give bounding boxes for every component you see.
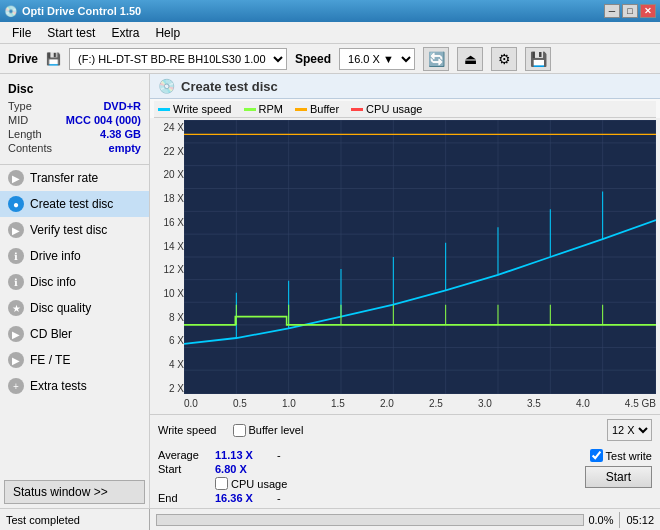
progress-bar-container [156,514,584,526]
sidebar-item-transfer-rate[interactable]: ▶ Transfer rate [0,165,149,191]
test-write-checkbox[interactable] [590,449,603,462]
status-bar: Test completed 0.0% 05:12 [0,508,660,530]
drive-label: Drive [8,52,38,66]
create-test-disc-icon: ● [8,196,24,212]
cpu-usage-checkbox[interactable] [215,477,228,490]
close-button[interactable]: ✕ [640,4,656,18]
sidebar-item-verify-test-disc[interactable]: ▶ Verify test disc [0,217,149,243]
status-completed-panel: Test completed [0,509,150,530]
sidebar-item-cd-bler[interactable]: ▶ CD Bler [0,321,149,347]
legend-write-speed-color [158,108,170,111]
transfer-rate-icon: ▶ [8,170,24,186]
legend-buffer: Buffer [295,103,339,115]
end-val: 16.36 X [215,492,275,504]
sidebar-label-disc-quality: Disc quality [30,301,91,315]
verify-test-disc-icon: ▶ [8,222,24,238]
chart-svg [184,120,656,394]
maximize-button[interactable]: □ [622,4,638,18]
app-icon: 💿 [4,5,18,18]
menu-bar: File Start test Extra Help [0,22,660,44]
test-write-label[interactable]: Test write [590,449,652,462]
status-window-button[interactable]: Status window >> [4,480,145,504]
controls-row: Write speed Buffer level 12 X [150,414,660,445]
buffer-level-checkbox-label[interactable]: Buffer level [233,424,304,437]
sidebar-item-disc-info[interactable]: ℹ Disc info [0,269,149,295]
menu-file[interactable]: File [4,24,39,42]
legend-write-speed: Write speed [158,103,232,115]
start-button[interactable]: Start [585,466,652,488]
legend-rpm: RPM [244,103,283,115]
average-label: Average [158,449,213,461]
sidebar-label-verify-test-disc: Verify test disc [30,223,107,237]
status-time: 05:12 [619,512,660,528]
chart-area: 0.0 0.5 1.0 1.5 2.0 2.5 3.0 3.5 4.0 4.5 … [184,120,656,412]
sidebar-label-disc-info: Disc info [30,275,76,289]
panel-header: 💿 Create test disc [150,74,660,99]
legend-cpu-usage-color [351,108,363,111]
stats-controls-row: Average 11.13 X - Start 6.80 X CPU usage… [150,445,660,508]
disc-section: Disc Type DVD+R MID MCC 004 (000) Length… [0,78,149,165]
sidebar-item-disc-quality[interactable]: ★ Disc quality [0,295,149,321]
content-area: 💿 Create test disc Write speed RPM Buffe… [150,74,660,508]
disc-info-icon: ℹ [8,274,24,290]
end-label: End [158,492,213,504]
menu-help[interactable]: Help [147,24,188,42]
chart-wrapper: 24 X 22 X 20 X 18 X 16 X 14 X 12 X 10 X … [150,118,660,414]
settings-button[interactable]: ⚙ [491,47,517,71]
eject-button[interactable]: ⏏ [457,47,483,71]
average-val: 11.13 X [215,449,275,461]
legend-rpm-color [244,108,256,111]
sidebar-item-create-test-disc[interactable]: ● Create test disc [0,191,149,217]
test-completed-text: Test completed [6,514,80,526]
progress-pct: 0.0% [588,514,613,526]
title-bar-text: Opti Drive Control 1.50 [22,5,604,17]
drive-select[interactable]: (F:) HL-DT-ST BD-RE BH10LS30 1.00 [69,48,287,70]
start-val: 6.80 X [215,463,275,475]
sidebar-item-drive-info[interactable]: ℹ Drive info [0,243,149,269]
cd-bler-icon: ▶ [8,326,24,342]
stats-table: Average 11.13 X - Start 6.80 X CPU usage… [158,449,577,504]
extra-tests-icon: + [8,378,24,394]
disc-row-contents: Contents empty [8,142,141,154]
speed-select[interactable]: 16.0 X ▼ [339,48,415,70]
sidebar: Disc Type DVD+R MID MCC 004 (000) Length… [0,74,150,508]
refresh-button[interactable]: 🔄 [423,47,449,71]
sidebar-item-fe-te[interactable]: ▶ FE / TE [0,347,149,373]
sidebar-label-fe-te: FE / TE [30,353,70,367]
sidebar-item-extra-tests[interactable]: + Extra tests [0,373,149,399]
title-bar: 💿 Opti Drive Control 1.50 ─ □ ✕ [0,0,660,22]
write-speed-label: Write speed [158,424,217,436]
sidebar-label-extra-tests: Extra tests [30,379,87,393]
menu-start-test[interactable]: Start test [39,24,103,42]
main-layout: Disc Type DVD+R MID MCC 004 (000) Length… [0,74,660,508]
right-controls: Test write Start [585,449,652,488]
disc-row-type: Type DVD+R [8,100,141,112]
minimize-button[interactable]: ─ [604,4,620,18]
panel-icon: 💿 [158,78,175,94]
speed-select-chart[interactable]: 12 X [607,419,652,441]
speed-label: Speed [295,52,331,66]
legend-cpu-usage: CPU usage [351,103,422,115]
fe-te-icon: ▶ [8,352,24,368]
panel-title: Create test disc [181,79,278,94]
sidebar-label-create-test-disc: Create test disc [30,197,113,211]
drive-icon: 💾 [46,52,61,66]
disc-row-length: Length 4.38 GB [8,128,141,140]
buffer-level-checkbox[interactable] [233,424,246,437]
sidebar-label-cd-bler: CD Bler [30,327,72,341]
save-button[interactable]: 💾 [525,47,551,71]
chart-legend: Write speed RPM Buffer CPU usage [154,101,656,118]
disc-section-title: Disc [8,82,141,96]
start-label: Start [158,463,213,475]
cpu-usage-label[interactable]: CPU usage [215,477,289,490]
disc-quality-icon: ★ [8,300,24,316]
drive-info-icon: ℹ [8,248,24,264]
drive-bar: Drive 💾 (F:) HL-DT-ST BD-RE BH10LS30 1.0… [0,44,660,74]
sidebar-label-drive-info: Drive info [30,249,81,263]
menu-extra[interactable]: Extra [103,24,147,42]
sidebar-label-transfer-rate: Transfer rate [30,171,98,185]
status-progress-panel: 0.0% [150,512,619,528]
disc-row-mid: MID MCC 004 (000) [8,114,141,126]
legend-buffer-color [295,108,307,111]
